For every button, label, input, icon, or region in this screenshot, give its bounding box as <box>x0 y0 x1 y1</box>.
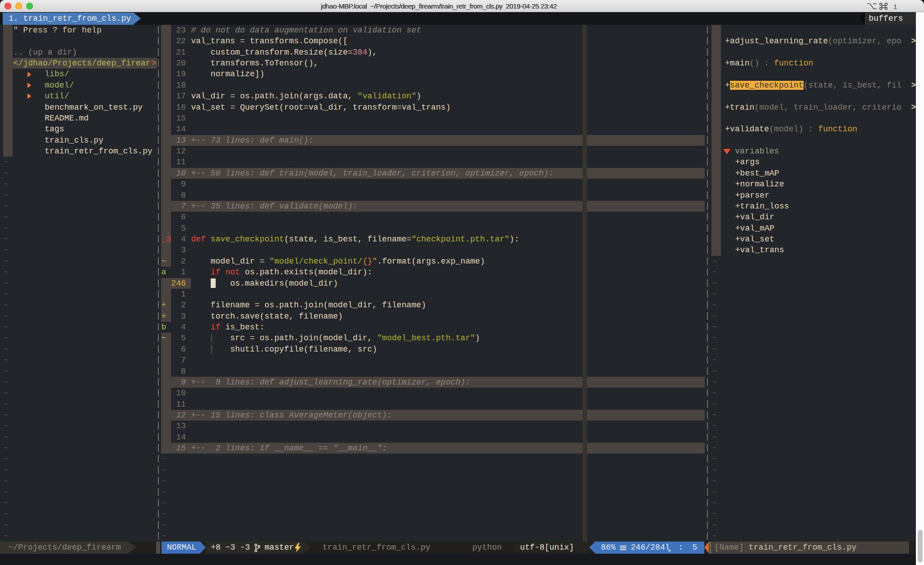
svg-text:1: 1 <box>893 3 897 10</box>
svg-text:N: N <box>668 549 670 552</box>
